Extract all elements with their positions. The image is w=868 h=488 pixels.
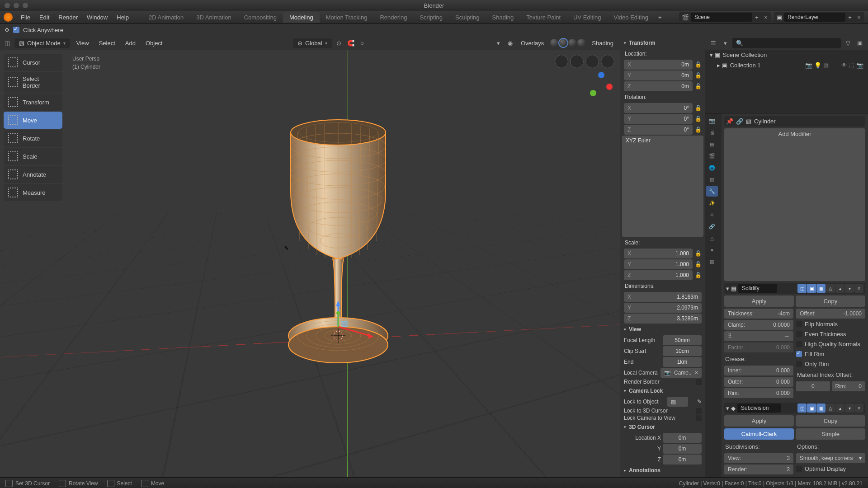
tab-scene-icon[interactable]: 🎬	[706, 150, 718, 161]
menu-help[interactable]: Help	[112, 11, 133, 23]
tab-particles-icon[interactable]: ✨	[706, 197, 718, 208]
mod-up-icon[interactable]: ▴	[835, 404, 844, 413]
menu-file[interactable]: File	[16, 11, 35, 23]
overlays-dropdown[interactable]: Overlays	[517, 40, 547, 47]
clamp-field[interactable]: Clamp:0.0000	[724, 320, 793, 330]
mod-down-icon[interactable]: ▾	[845, 284, 854, 293]
click-anywhere-checkbox[interactable]	[13, 27, 19, 33]
clip-start-field[interactable]: 10cm	[663, 346, 702, 356]
lock-icon[interactable]: 🔓	[694, 105, 702, 111]
object-mesh-icon[interactable]: ▧	[823, 62, 829, 69]
object-light-icon[interactable]: 💡	[814, 62, 821, 69]
factor-field[interactable]: Factor:0.000	[724, 343, 793, 352]
chevron-down-icon[interactable]: ▾	[726, 405, 729, 412]
hq-normals-checkbox[interactable]	[796, 341, 802, 347]
lock-3d-cursor-checkbox[interactable]	[696, 408, 702, 414]
subdiv-view-field[interactable]: View:3	[724, 453, 793, 463]
only-rim-checkbox[interactable]	[796, 361, 802, 367]
subdivision-apply-button[interactable]: Apply	[724, 415, 794, 427]
mode-dropdown[interactable]: ▧ Object Mode	[14, 38, 70, 48]
rotation-y-field[interactable]: Y0°	[624, 114, 693, 124]
lock-to-object-field[interactable]: ▧	[667, 397, 688, 407]
shading-mode-buttons[interactable]	[550, 39, 585, 47]
mod-close-icon[interactable]: ×	[854, 404, 863, 413]
tab-mesh-icon[interactable]: △	[706, 233, 718, 244]
outliner-filter-icon[interactable]: ▽	[844, 38, 853, 47]
mod-render-icon[interactable]: ◫	[797, 284, 807, 293]
selectable-icon[interactable]: ⬚	[849, 62, 854, 69]
nav-x-axis-icon[interactable]	[606, 84, 613, 90]
mat-offset-rim-field[interactable]: Rim:0	[832, 381, 866, 391]
mod-realtime-icon[interactable]: ▣	[807, 404, 816, 413]
rotation-mode-dropdown[interactable]: XYZ Euler	[622, 136, 703, 237]
hdr-select[interactable]: Select	[95, 40, 119, 47]
workspace-tab-video-editing[interactable]: Video Editing	[608, 12, 655, 23]
tab-output-icon[interactable]: 🖨	[706, 127, 718, 138]
vertex-group-field[interactable]: ⠿↔	[724, 331, 793, 341]
add-workspace-icon[interactable]: +	[655, 14, 665, 21]
menu-edit[interactable]: Edit	[35, 11, 54, 23]
lock-icon[interactable]: 🔓	[694, 83, 702, 89]
mod-up-icon[interactable]: ▴	[835, 284, 844, 293]
mod-cage-icon[interactable]: △	[826, 284, 835, 293]
cursor-y-field[interactable]: 0m	[663, 444, 702, 454]
3d-cursor-section-header[interactable]: 3D Cursor	[622, 422, 703, 432]
subdivision-name-field[interactable]	[737, 404, 781, 413]
workspace-tab-scripting[interactable]: Scripting	[413, 12, 449, 23]
cursor-z-field[interactable]: 0m	[663, 455, 702, 465]
tool-cursor[interactable]: Cursor	[4, 54, 62, 71]
window-controls[interactable]	[0, 3, 28, 8]
solidify-name-field[interactable]	[738, 284, 777, 293]
outliner-type-icon[interactable]: ☰	[709, 38, 718, 47]
mod-realtime-icon[interactable]: ▣	[807, 284, 816, 293]
shading-lookdev-icon[interactable]	[568, 39, 576, 47]
local-camera-field[interactable]: 📷Came..×	[660, 368, 702, 378]
mat-offset-field[interactable]: 0	[796, 381, 830, 391]
lock-icon[interactable]: 🔓	[694, 127, 702, 133]
hdr-add[interactable]: Add	[122, 40, 139, 47]
workspace-tab-texture-paint[interactable]: Texture Paint	[520, 12, 567, 23]
blender-logo-icon[interactable]	[4, 13, 13, 22]
nav-y-axis-icon[interactable]	[590, 90, 596, 96]
clip-end-field[interactable]: 1km	[663, 357, 702, 367]
workspace-tab-sculpting[interactable]: Sculpting	[449, 12, 486, 23]
tab-texture-icon[interactable]: ▦	[706, 256, 718, 267]
render-border-checkbox[interactable]	[696, 379, 702, 385]
tool-transform[interactable]: Transform	[4, 94, 62, 111]
workspace-tab-shading[interactable]: Shading	[486, 12, 520, 23]
add-modifier-dropdown[interactable]: Add Modifier	[724, 128, 865, 281]
scale-y-field[interactable]: Y1.000	[624, 259, 693, 269]
tool-annotate[interactable]: Annotate	[4, 166, 62, 183]
object-camera-icon[interactable]: 📷	[805, 62, 812, 69]
simple-button[interactable]: Simple	[796, 428, 865, 440]
location-y-field[interactable]: Y0m	[624, 70, 693, 80]
subdiv-render-field[interactable]: Render:3	[724, 465, 793, 474]
visibility-icon[interactable]: 👁	[841, 62, 847, 69]
dim-z-field[interactable]: Z3.5286m	[624, 314, 702, 324]
workspace-tab-uv-editing[interactable]: UV Editing	[567, 12, 607, 23]
rotation-x-field[interactable]: X0°	[624, 103, 693, 113]
scale-z-field[interactable]: Z1.000	[624, 270, 693, 280]
tab-material-icon[interactable]: ●	[706, 244, 718, 255]
camera-lock-section-header[interactable]: Camera Lock	[622, 386, 703, 396]
gizmo-zoom-icon[interactable]	[555, 55, 568, 68]
workspace-tab-2d-animation[interactable]: 2D Animation	[142, 12, 190, 23]
workspace-tab-compositing[interactable]: Compositing	[238, 12, 283, 23]
lock-camera-view-checkbox[interactable]	[696, 415, 702, 421]
scene-new-icon[interactable]: +	[752, 13, 761, 22]
close-window-icon[interactable]	[5, 3, 10, 8]
scene-name-field[interactable]	[691, 13, 752, 22]
shading-dropdown[interactable]: Shading	[588, 40, 617, 47]
overlays-toggle-icon[interactable]: ◉	[505, 38, 514, 47]
hdr-view[interactable]: View	[73, 40, 93, 47]
lock-icon[interactable]: 🔓	[694, 72, 702, 79]
tab-constraints-icon[interactable]: 🔗	[706, 221, 718, 232]
gizmo-pan-icon[interactable]	[570, 55, 584, 68]
tool-move[interactable]: Move	[4, 112, 62, 129]
shading-solid-icon[interactable]	[559, 39, 567, 47]
tab-physics-icon[interactable]: ⚛	[706, 209, 718, 220]
tab-object-icon[interactable]: ▧	[706, 174, 718, 185]
menu-render[interactable]: Render	[54, 11, 82, 23]
tool-scale[interactable]: Scale	[4, 148, 62, 165]
chevron-down-icon[interactable]: ▾	[726, 285, 729, 292]
